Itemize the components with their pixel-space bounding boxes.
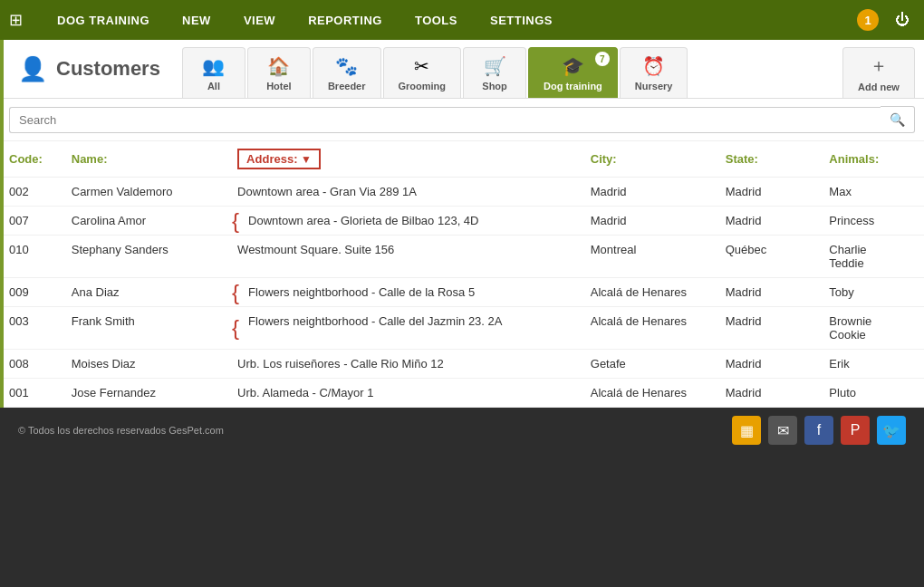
tab-shop-label: Shop [482, 81, 507, 91]
cell-code: 002 [0, 178, 63, 207]
search-input[interactable] [9, 107, 881, 133]
nursery-icon: ⏰ [642, 55, 665, 77]
nav-menu: DOG TRAINING NEW VIEW REPORTING TOOLS SE… [41, 0, 857, 40]
tab-nursery-label: Nursery [635, 81, 673, 91]
cell-code: 008 [0, 350, 63, 379]
grooming-icon: ✂ [414, 55, 429, 77]
nav-icons: 1 ⏻ [857, 7, 915, 33]
grid-icon[interactable]: ⊞ [9, 10, 23, 30]
cell-code: 010 [0, 236, 63, 278]
address-sort[interactable]: Address: ▼ [237, 149, 321, 169]
cell-name: Carolina Amor [63, 207, 228, 236]
nav-item-reporting[interactable]: REPORTING [292, 0, 399, 40]
page-header: 👤 Customers 👥 All 🏠 Hotel 🐾 Breeder ✂ [0, 40, 924, 99]
cell-city: Madrid [582, 178, 717, 207]
table-header-row: Code: Name: Address: ▼ City: State: Anim… [0, 141, 924, 178]
dog-training-icon: 🎓 [562, 55, 584, 77]
table-body: 002Carmen ValdemoroDowntown area - Gran … [0, 178, 924, 408]
green-accent [0, 40, 4, 408]
add-new-button[interactable]: ＋ Add new [842, 47, 915, 98]
cell-city: Getafe [582, 350, 717, 379]
tab-hotel-label: Hotel [266, 81, 292, 91]
brace-icon: { [232, 280, 239, 305]
cell-name: Ana Diaz [63, 278, 228, 307]
nav-item-view[interactable]: VIEW [227, 0, 292, 40]
cell-address: Downtown area - Gran Via 289 1A [228, 178, 582, 207]
tab-dog-training-label: Dog training [544, 81, 602, 91]
table-row[interactable]: 008Moises DiazUrb. Los ruiseñores - Call… [0, 350, 924, 379]
brace-icon: { [232, 315, 239, 341]
cell-address: {Flowers neightborhood - Calle del Jazmi… [228, 307, 582, 350]
table-row[interactable]: 010Stephany SandersWestmount Square. Sui… [0, 236, 924, 278]
plus-icon: ＋ [870, 53, 888, 78]
cell-animals: Pluto [820, 379, 924, 408]
tab-hotel[interactable]: 🏠 Hotel [247, 47, 311, 98]
cell-city: Alcalá de Henares [582, 307, 717, 350]
pinterest-icon[interactable]: P [841, 416, 870, 445]
dog-training-badge: 7 [595, 52, 610, 66]
tab-nursery[interactable]: ⏰ Nursery [620, 47, 688, 98]
cell-code: 003 [0, 307, 63, 350]
shop-icon: 🛒 [484, 55, 506, 77]
col-header-name: Name: [63, 141, 228, 178]
alert-icon[interactable]: 1 [857, 9, 879, 31]
brace-icon: { [232, 208, 239, 234]
table-row[interactable]: 009Ana Diaz{Flowers neightborhood - Call… [0, 278, 924, 307]
sort-arrow-icon: ▼ [301, 153, 312, 166]
cell-city: Alcalá de Henares [582, 379, 717, 408]
tab-shop[interactable]: 🛒 Shop [463, 47, 526, 98]
hotel-icon: 🏠 [267, 55, 290, 77]
cell-state: Madrid [717, 350, 821, 379]
table-row[interactable]: 002Carmen ValdemoroDowntown area - Gran … [0, 178, 924, 207]
cell-address: Urb. Alameda - C/Mayor 1 [228, 379, 582, 408]
breeder-icon: 🐾 [335, 55, 358, 77]
cell-state: Madrid [717, 178, 821, 207]
cell-animals: Brownie Cookie [820, 307, 924, 350]
cell-state: Madrid [717, 207, 821, 236]
cell-animals: Princess [820, 207, 924, 236]
tab-all-label: All [207, 81, 220, 91]
table-row[interactable]: 007Carolina Amor{Downtown area - Gloriet… [0, 207, 924, 236]
tab-all[interactable]: 👥 All [182, 47, 245, 98]
all-icon: 👥 [202, 55, 225, 77]
table-row[interactable]: 003Frank Smith{Flowers neightborhood - C… [0, 307, 924, 350]
cell-animals: Max [820, 178, 924, 207]
cell-animals: Toby [820, 278, 924, 307]
cell-name: Stephany Sanders [63, 236, 228, 278]
main-content: 👤 Customers 👥 All 🏠 Hotel 🐾 Breeder ✂ [0, 40, 924, 408]
twitter-icon[interactable]: 🐦 [877, 416, 906, 445]
cell-address: {Flowers neightborhood - Calle de la Ros… [228, 278, 582, 307]
cell-address: Westmount Square. Suite 156 [228, 236, 582, 278]
cell-address: {Downtown area - Glorieta de Bilbao 123,… [228, 207, 582, 236]
cell-city: Alcalá de Henares [582, 278, 717, 307]
cell-city: Montreal [582, 236, 717, 278]
cell-state: Madrid [717, 379, 821, 408]
cell-code: 009 [0, 278, 63, 307]
nav-item-new[interactable]: NEW [166, 0, 227, 40]
nav-item-settings[interactable]: SETTINGS [474, 0, 569, 40]
cell-animals: Charlie Teddie [820, 236, 924, 278]
search-bar: 🔍 [0, 99, 924, 141]
col-header-animals: Animals: [820, 141, 924, 178]
rss-icon[interactable]: ▦ [732, 416, 761, 445]
email-icon[interactable]: ✉ [768, 416, 797, 445]
nav-item-tools[interactable]: TOOLS [399, 0, 474, 40]
tab-dog-training[interactable]: 7 🎓 Dog training [528, 47, 618, 98]
col-header-code: Code: [0, 141, 63, 178]
cell-state: Madrid [717, 278, 821, 307]
cell-city: Madrid [582, 207, 717, 236]
customers-title: 👤 Customers [9, 47, 178, 98]
customers-icon: 👤 [18, 55, 47, 83]
tab-grooming[interactable]: ✂ Grooming [383, 47, 462, 98]
table-row[interactable]: 001Jose FernandezUrb. Alameda - C/Mayor … [0, 379, 924, 408]
cell-name: Carmen Valdemoro [63, 178, 228, 207]
power-icon[interactable]: ⏻ [890, 7, 915, 33]
col-header-address[interactable]: Address: ▼ [228, 141, 582, 178]
nav-item-dog-training[interactable]: DOG TRAINING [41, 0, 166, 40]
social-icons: ▦ ✉ f P 🐦 [732, 416, 906, 445]
cell-name: Jose Fernandez [63, 379, 228, 408]
search-button[interactable]: 🔍 [881, 106, 915, 133]
cell-code: 007 [0, 207, 63, 236]
tab-breeder[interactable]: 🐾 Breeder [313, 47, 381, 98]
facebook-icon[interactable]: f [804, 416, 833, 445]
